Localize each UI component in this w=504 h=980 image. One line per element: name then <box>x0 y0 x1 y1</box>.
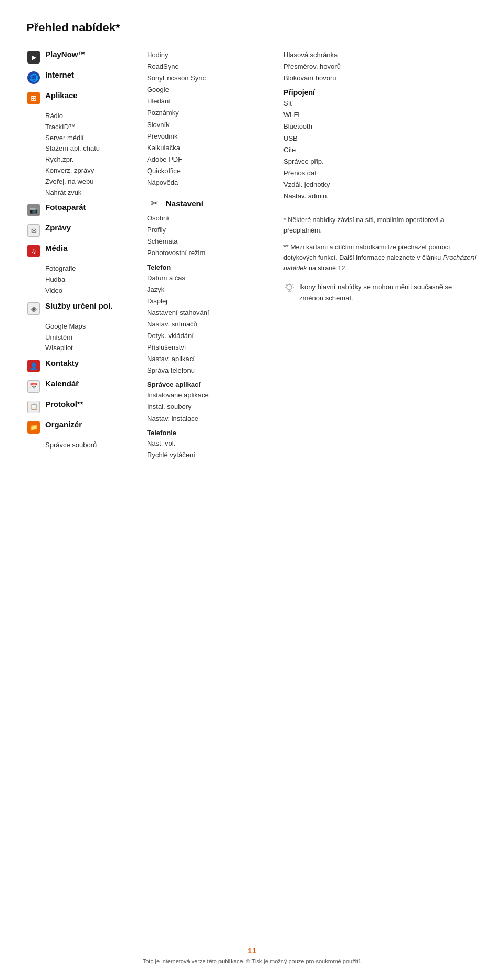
nastaveni-header: ✂ Nastavení <box>147 196 262 210</box>
telefonie-subsection: Telefonie <box>147 429 262 437</box>
sub-radio: Rádio <box>45 111 142 122</box>
item-vzdal-jednotky: Vzdál. jednotky <box>284 179 478 191</box>
footnote-1: * Některé nabídky závisí na síti, mobiln… <box>284 215 478 236</box>
item-nastav-aplikaci: Nastav. aplikací <box>147 353 262 365</box>
item-napoveda: Nápověda <box>147 177 262 188</box>
item-instal-soubory: Instal. soubory <box>147 401 262 413</box>
item-slovnik: Slovník <box>147 119 262 131</box>
item-osobni: Osobní <box>147 213 262 224</box>
item-prenos-dat: Přenos dat <box>284 167 478 179</box>
playnow-icon <box>26 50 41 65</box>
item-bluetooth: Bluetooth <box>284 121 478 132</box>
sub-fotografie: Fotografie <box>45 264 142 275</box>
nastaveni-telefonie: Nast. vol. Rychlé vytáčení <box>147 438 262 461</box>
sub-stazeni-apl: Stažení apl. chatu <box>45 143 142 154</box>
column-2: Hodiny RoadSync SonyEricsson Sync Google… <box>142 49 262 464</box>
footnote-area: * Některé nabídky závisí na síti, mobiln… <box>284 215 478 304</box>
item-nastaveni-stahovani: Nastavení stahování <box>147 307 262 319</box>
item-adobe-pdf: Adobe PDF <box>147 154 262 165</box>
sub-umisteni: Umístění <box>45 332 142 343</box>
item-presmrov: Přesměrov. hovorů <box>284 61 478 72</box>
item-nastav-instalace: Nastav. instalace <box>147 413 262 425</box>
aplikace-label: Aplikace <box>45 90 78 101</box>
media-subitems: Fotografie Hudba Video <box>45 264 142 296</box>
item-sonyericsson-sync: SonyEricsson Sync <box>147 72 262 84</box>
sluzby-subitems: Google Maps Umístění Wisepilot <box>45 321 142 354</box>
item-wifi: Wi-Fi <box>284 109 478 121</box>
tip-text: Ikony hlavní nabídky se mohou měnit souč… <box>299 282 478 304</box>
menu-item-protokol: Protokol** <box>26 399 142 414</box>
pripojeni-items: Síť Wi-Fi Bluetooth USB Cíle Správce při… <box>284 98 478 202</box>
nastaveni-title: Nastavení <box>166 199 203 208</box>
kontakty-icon <box>26 359 41 373</box>
footer-text: Toto je internetová verze této publikace… <box>0 958 504 964</box>
item-hodiny: Hodiny <box>147 49 262 61</box>
col2-top-items: Hodiny RoadSync SonyEricsson Sync Google… <box>147 49 262 188</box>
item-nast-vol: Nast. vol. <box>147 438 262 449</box>
sub-server-medii: Server médií <box>45 133 142 144</box>
item-roadsync: RoadSync <box>147 61 262 72</box>
menu-item-zpravy: Zprávy <box>26 223 142 238</box>
protokol-label: Protokol** <box>45 399 83 409</box>
media-label: Média <box>45 243 68 254</box>
kalendar-icon <box>26 379 41 394</box>
item-hlasova: Hlasová schránka <box>284 49 478 61</box>
item-quickoffice: Quickoffice <box>147 165 262 177</box>
zpravy-icon <box>26 223 41 238</box>
footnote-2: ** Mezi kartami a dílčími nabídkami lze … <box>284 242 478 273</box>
spravce-subsection: Správce aplikací <box>147 381 262 388</box>
column-1: PlayNow™ Internet Aplikace Rádio TrackID… <box>26 49 142 455</box>
svg-point-0 <box>287 284 292 290</box>
internet-icon <box>26 70 41 85</box>
menu-item-media: Média <box>26 243 142 258</box>
hlasova-section: Hlasová schránka Přesměrov. hovorů Bloko… <box>284 49 478 84</box>
item-displej: Displej <box>147 296 262 307</box>
media-icon <box>26 244 41 258</box>
sub-rych-zpr: Rych.zpr. <box>45 154 142 165</box>
menu-item-fotoaparat: Fotoaparát <box>26 202 142 217</box>
aplikace-icon <box>26 91 41 106</box>
organizr-label: Organizér <box>45 419 82 430</box>
item-datum-cas: Datum a čas <box>147 272 262 284</box>
item-hledani: Hledání <box>147 96 262 107</box>
item-rychle-vytaceni: Rychlé vytáčení <box>147 449 262 461</box>
nastaveni-spravce: Instalované aplikace Instal. soubory Nas… <box>147 389 262 424</box>
zpravy-label: Zprávy <box>45 223 71 233</box>
item-jazyk: Jazyk <box>147 284 262 296</box>
menu-item-internet: Internet <box>26 70 142 85</box>
sluzby-label: Služby určení pol. <box>45 301 112 311</box>
sub-video: Video <box>45 286 142 297</box>
internet-label: Internet <box>45 70 74 80</box>
item-blokovani: Blokování hovoru <box>284 72 478 84</box>
nastaveni-icon: ✂ <box>147 196 162 210</box>
kontakty-label: Kontakty <box>45 358 79 368</box>
footnote-2-start: ** Mezi kartami a dílčími nabídkami lze … <box>284 244 450 261</box>
tip-icon <box>284 283 295 294</box>
menu-item-sluzby: Služby určení pol. <box>26 301 142 316</box>
item-prevodnik: Převodník <box>147 131 262 142</box>
sub-trackid: TrackID™ <box>45 122 142 133</box>
protokol-icon <box>26 399 41 414</box>
item-spravce-prip: Správce přip. <box>284 156 478 167</box>
item-schemata: Schémata <box>147 236 262 247</box>
page-footer: 11 Toto je internetová verze této publik… <box>0 946 504 964</box>
item-prislusenstvi: Příslušenství <box>147 342 262 353</box>
item-sit: Síť <box>284 98 478 109</box>
organizr-icon <box>26 420 41 435</box>
sub-wisepilot: Wisepilot <box>45 343 142 354</box>
main-content: PlayNow™ Internet Aplikace Rádio TrackID… <box>26 49 478 464</box>
menu-item-playnow: PlayNow™ <box>26 49 142 65</box>
nastaveni-osobni: Osobní Profily Schémata Pohotovostní rež… <box>147 213 262 259</box>
item-kalkulacka: Kalkulačka <box>147 142 262 154</box>
item-usb: USB <box>284 133 478 144</box>
sub-nahrat-zvuk: Nahrát zvuk <box>45 187 142 198</box>
organizr-subitems: Správce souborů <box>45 440 142 451</box>
nastaveni-telefon: Datum a čas Jazyk Displej Nastavení stah… <box>147 272 262 377</box>
menu-item-organizr: Organizér <box>26 419 142 435</box>
page-number: 11 <box>0 946 504 955</box>
sub-zverej: Zveřej. na webu <box>45 176 142 187</box>
aplikace-subitems: Rádio TrackID™ Server médií Stažení apl.… <box>45 111 142 198</box>
menu-item-kalendar: Kalendář <box>26 378 142 394</box>
footnote-1-text: * Některé nabídky závisí na síti, mobiln… <box>284 216 444 234</box>
footnote-2-end: na straně 12. <box>307 265 346 272</box>
